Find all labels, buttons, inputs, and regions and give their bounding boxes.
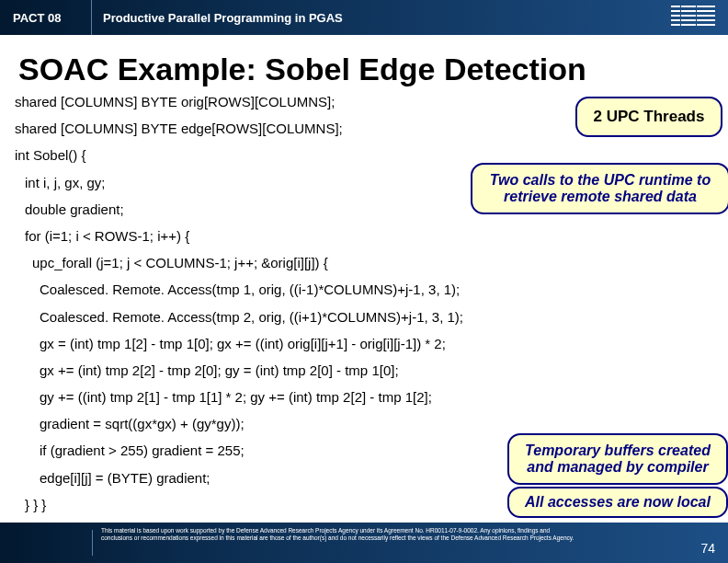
code-line: Coalesced. Remote. Access(tmp 2, orig, (… — [15, 310, 713, 324]
slide: PACT 08 Productive Parallel Programming … — [0, 0, 728, 563]
code-line: gradient = sqrt((gx*gx) + (gy*gy)); — [15, 417, 713, 431]
code-line: gx = (int) tmp 1[2] - tmp 1[0]; gx += ((… — [15, 337, 713, 350]
callout-buffers: Temporary buffers created and managed by… — [507, 433, 728, 485]
code-line: Coalesced. Remote. Access(tmp 1, orig, (… — [15, 282, 713, 296]
code-line: int Sobel() { — [15, 148, 713, 162]
callout-twocalls: Two calls to the UPC runtime to retrieve… — [471, 163, 728, 214]
code-line: for (i=1; i < ROWS-1; i++) { — [15, 229, 713, 243]
code-line: upc_forall (j=1; j < COLUMNS-1; j++; &or… — [15, 256, 713, 270]
header-bar: PACT 08 Productive Parallel Programming … — [0, 0, 728, 35]
ibm-logo-icon — [670, 6, 716, 26]
header-course: Productive Parallel Programming in PGAS — [92, 11, 343, 25]
footer-divider — [92, 530, 93, 556]
callout-threads: 2 UPC Threads — [575, 97, 722, 137]
page-number: 74 — [700, 541, 715, 556]
code-line: gy += ((int) tmp 2[1] - tmp 1[1] * 2; gy… — [15, 390, 713, 404]
code-line: gx += (int) tmp 2[2] - tmp 2[0]; gy = (i… — [15, 363, 713, 377]
footer-bar: This material is based upon work support… — [0, 523, 728, 563]
slide-title: SOAC Example: Sobel Edge Detection — [0, 35, 728, 95]
callout-local: All accesses are now local — [507, 487, 728, 518]
header-pact: PACT 08 — [0, 0, 92, 35]
slide-content: shared [COLUMNS] BYTE orig[ROWS][COLUMNS… — [0, 95, 728, 547]
footer-disclaimer: This material is based upon work support… — [101, 527, 579, 542]
